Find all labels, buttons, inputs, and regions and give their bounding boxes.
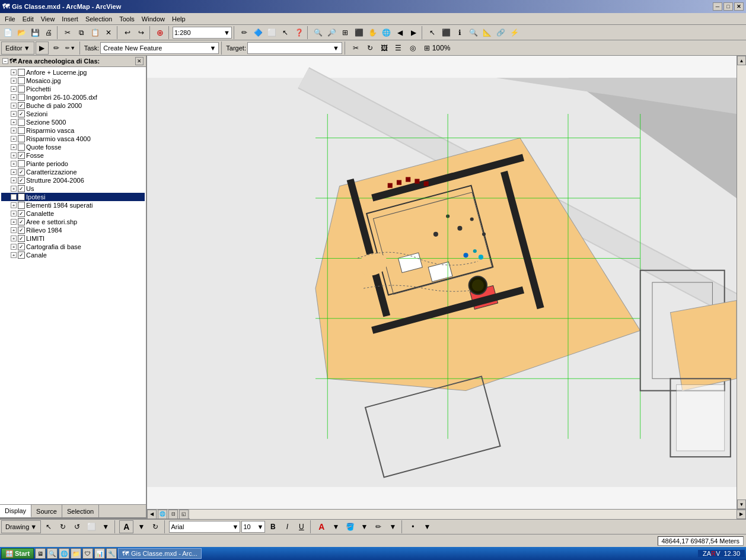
measure-button[interactable]: 📐 — [480, 26, 493, 39]
toc-expand-button[interactable]: + — [11, 194, 17, 200]
drawing-rect-button[interactable]: ⬜ — [85, 520, 98, 533]
attr-button[interactable]: ☰ — [392, 42, 405, 55]
toc-layer-7[interactable]: +Risparmio vasca — [1, 126, 145, 135]
identify-button[interactable]: ❓ — [292, 26, 305, 39]
layer-checkbox[interactable]: ✓ — [18, 177, 25, 184]
layer-checkbox[interactable]: ✓ — [18, 168, 25, 176]
editor-dropdown-button[interactable]: Editor ▼ — [1, 42, 34, 55]
globe-button[interactable]: 🌐 — [380, 26, 393, 39]
toc-layer-3[interactable]: +Ingombri 26-10-2005.dxf — [1, 93, 145, 101]
scale-dropdown[interactable]: 1:280 ▼ — [173, 27, 232, 39]
scroll-track-vertical[interactable] — [737, 65, 746, 499]
toc-expand-button[interactable]: + — [11, 161, 17, 167]
vertical-scrollbar[interactable]: ▲ ▼ — [737, 56, 746, 509]
font-style-button[interactable]: A — [119, 520, 133, 533]
toc-layer-4[interactable]: +✓Buche di palo 2000 — [1, 101, 145, 110]
layer-checkbox[interactable] — [18, 144, 25, 151]
menu-item-file[interactable]: File — [1, 14, 19, 24]
toc-expand-button[interactable]: + — [11, 186, 17, 192]
layer-checkbox[interactable]: ✓ — [18, 252, 25, 259]
fill-color-button[interactable]: 🪣 — [343, 520, 356, 533]
task-dropdown[interactable]: Create New Feature ▼ — [100, 42, 219, 54]
taskbar-icon-6[interactable]: 📊 — [94, 548, 105, 559]
snap-button[interactable]: ◎ — [406, 42, 419, 55]
menu-item-help[interactable]: Help — [168, 14, 189, 24]
layer-checkbox[interactable] — [18, 119, 25, 126]
undo-button[interactable]: ↩ — [121, 26, 134, 39]
paste-button[interactable]: 📋 — [88, 26, 101, 39]
close-button[interactable]: ✕ — [734, 2, 744, 11]
font-style-arrow[interactable]: ▼ — [135, 520, 148, 533]
info-button[interactable]: ℹ — [453, 26, 466, 39]
toc-layer-17[interactable]: +✓Canalette — [1, 209, 145, 218]
toc-expand-button[interactable]: + — [11, 202, 17, 208]
toc-expand-button[interactable]: + — [11, 252, 17, 258]
underline-button[interactable]: U — [295, 520, 308, 533]
toc-layer-20[interactable]: +✓LIMITI — [1, 234, 145, 243]
map-area[interactable] — [147, 56, 737, 509]
toc-layer-10[interactable]: +✓Fosse — [1, 151, 145, 160]
toc-layer-1[interactable]: +Mosaico.jpg — [1, 77, 145, 85]
redo-button[interactable]: ↪ — [135, 26, 148, 39]
taskbar-icon-5[interactable]: 🛡 — [82, 548, 93, 559]
hyperlink-button[interactable]: 🔗 — [494, 26, 507, 39]
toc-expand-button[interactable]: + — [11, 69, 17, 75]
toc-expand-button[interactable]: + — [11, 227, 17, 233]
cut-button[interactable]: ✂ — [61, 26, 74, 39]
symbol-arrow[interactable]: ▼ — [420, 520, 433, 533]
scroll-down-button[interactable]: ▼ — [737, 499, 746, 509]
copy-button[interactable]: ⧉ — [75, 26, 88, 39]
toc-layer-11[interactable]: +Piante periodo — [1, 160, 145, 168]
open-button[interactable]: 📂 — [15, 26, 28, 39]
layer-checkbox[interactable]: ✓ — [18, 185, 25, 192]
toc-layer-22[interactable]: +✓Canale — [1, 251, 145, 259]
scroll-up-button[interactable]: ▲ — [737, 56, 746, 65]
square-button[interactable]: ⬜ — [265, 26, 278, 39]
map-button[interactable]: ◱ — [179, 510, 189, 519]
layer-checkbox[interactable]: ✓ — [18, 110, 25, 117]
fill-color-arrow[interactable]: ▼ — [358, 520, 371, 533]
pan-button[interactable]: ✋ — [366, 26, 379, 39]
toc-expand-button[interactable]: + — [11, 119, 17, 125]
font-name-dropdown[interactable]: Arial ▼ — [169, 521, 240, 533]
toc-expand-button[interactable]: + — [11, 78, 17, 84]
font-rotate-button[interactable]: ↻ — [149, 520, 162, 533]
taskbar-icon-2[interactable]: 🔍 — [47, 548, 58, 559]
start-button[interactable]: 🪟 Start — [1, 548, 34, 559]
save-button[interactable]: 💾 — [28, 26, 42, 39]
tab-display[interactable]: Display — [0, 505, 31, 517]
taskbar-icon-3[interactable]: 🌐 — [59, 548, 69, 559]
layer-checkbox[interactable]: ✓ — [18, 218, 25, 225]
layer-checkbox[interactable] — [18, 69, 25, 76]
layer-checkbox[interactable] — [18, 127, 25, 134]
globe-nav-button[interactable]: 🌐 — [158, 510, 167, 519]
taskbar-window-button[interactable]: 🗺 Gis Classe.mxd - Arc... — [118, 548, 202, 559]
taskbar-icon-1[interactable]: 🖥 — [35, 548, 46, 559]
taskbar-icon-7[interactable]: 🔧 — [106, 548, 117, 559]
layer-checkbox[interactable]: ✓ — [18, 102, 25, 109]
image-button[interactable]: 🖼 — [378, 42, 391, 55]
drawing-rotate-button[interactable]: ↻ — [56, 520, 69, 533]
toc-expand-button[interactable]: + — [11, 177, 17, 183]
toc-expand-button[interactable]: + — [11, 211, 17, 217]
layer-checkbox[interactable] — [18, 94, 25, 101]
toc-layer-18[interactable]: +✓Aree e settori.shp — [1, 218, 145, 226]
layer-checkbox[interactable] — [18, 85, 25, 93]
maximize-button[interactable]: □ — [723, 2, 733, 11]
new-button[interactable]: 📄 — [1, 26, 14, 39]
toc-collapse-button[interactable]: − — [2, 58, 8, 64]
layer-checkbox[interactable]: ✓ — [18, 193, 25, 201]
flash-button[interactable]: ⚡ — [508, 26, 521, 39]
back-button[interactable]: ◀ — [393, 26, 406, 39]
toc-layer-6[interactable]: +Sezione 5000 — [1, 118, 145, 126]
menu-item-tools[interactable]: Tools — [116, 14, 138, 24]
forward-button[interactable]: ▶ — [407, 26, 420, 39]
drawing-rect-arrow[interactable]: ▼ — [99, 520, 112, 533]
edit-tool-button[interactable]: ✏ — [238, 26, 251, 39]
toc-layer-0[interactable]: +Anfore + Lucerne.jpg — [1, 68, 145, 77]
toc-layer-12[interactable]: +✓Caratterizzazione — [1, 168, 145, 176]
toc-expand-button[interactable]: + — [11, 86, 17, 92]
zoom-out-button[interactable]: 🔎 — [325, 26, 338, 39]
italic-button[interactable]: I — [280, 520, 294, 533]
toc-layer-8[interactable]: +Risparmio vasca 4000 — [1, 135, 145, 143]
